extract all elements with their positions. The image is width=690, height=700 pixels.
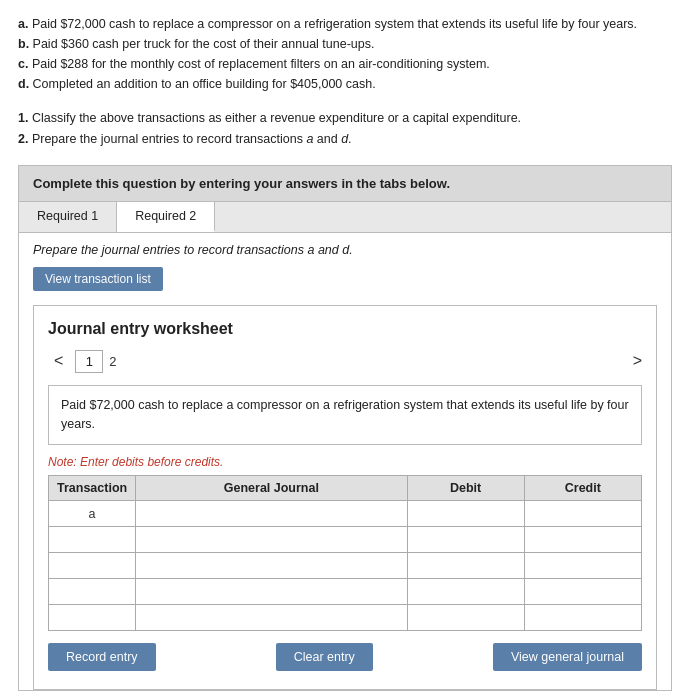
row-2-credit[interactable] — [524, 527, 641, 553]
row-4-general-journal[interactable] — [136, 579, 407, 605]
complete-box-text: Complete this question by entering your … — [33, 176, 450, 191]
next-page-button[interactable]: > — [633, 352, 642, 370]
intro-line-a: a. Paid $72,000 cash to replace a compre… — [18, 14, 672, 34]
row-1-transaction: a — [49, 501, 136, 527]
complete-box: Complete this question by entering your … — [18, 165, 672, 202]
table-row — [49, 553, 642, 579]
row-2-credit-input[interactable] — [531, 533, 635, 547]
row-2-debit-input[interactable] — [414, 533, 518, 547]
tabs-area: Required 1 Required 2 Prepare the journa… — [18, 202, 672, 692]
row-4-credit-input[interactable] — [531, 585, 635, 599]
row-2-debit[interactable] — [407, 527, 524, 553]
row-5-general-input[interactable] — [142, 611, 400, 625]
clear-entry-button[interactable]: Clear entry — [276, 643, 373, 671]
tab-content: Prepare the journal entries to record tr… — [19, 233, 671, 691]
questions-text: 1. Classify the above transactions as ei… — [18, 108, 672, 151]
question-2: 2. Prepare the journal entries to record… — [18, 129, 672, 150]
table-row — [49, 579, 642, 605]
row-1-general-input[interactable] — [142, 507, 400, 521]
nav-row: < 1 2 > — [48, 350, 642, 373]
row-3-transaction — [49, 553, 136, 579]
col-header-debit: Debit — [407, 476, 524, 501]
view-general-journal-button[interactable]: View general journal — [493, 643, 642, 671]
row-3-debit[interactable] — [407, 553, 524, 579]
row-5-debit-input[interactable] — [414, 611, 518, 625]
row-3-general-journal[interactable] — [136, 553, 407, 579]
total-pages: 2 — [109, 354, 116, 369]
table-row — [49, 605, 642, 631]
prepare-text: Prepare the journal entries to record tr… — [33, 243, 657, 257]
row-5-general-journal[interactable] — [136, 605, 407, 631]
tab-required-1[interactable]: Required 1 — [19, 202, 117, 232]
row-2-general-journal[interactable] — [136, 527, 407, 553]
row-5-debit[interactable] — [407, 605, 524, 631]
row-1-general-journal[interactable] — [136, 501, 407, 527]
row-1-credit-input[interactable] — [531, 507, 635, 521]
note-text: Note: Enter debits before credits. — [48, 455, 642, 469]
row-3-credit-input[interactable] — [531, 559, 635, 573]
bottom-buttons: Record entry Clear entry View general jo… — [48, 631, 642, 675]
col-header-transaction: Transaction — [49, 476, 136, 501]
row-4-debit-input[interactable] — [414, 585, 518, 599]
record-entry-button[interactable]: Record entry — [48, 643, 156, 671]
tab-required-2[interactable]: Required 2 — [117, 202, 215, 232]
row-4-general-input[interactable] — [142, 585, 400, 599]
col-header-credit: Credit — [524, 476, 641, 501]
journal-table: Transaction General Journal Debit Credit… — [48, 475, 642, 631]
col-header-general-journal: General Journal — [136, 476, 407, 501]
row-5-credit[interactable] — [524, 605, 641, 631]
worksheet-title: Journal entry worksheet — [48, 320, 642, 338]
row-3-general-input[interactable] — [142, 559, 400, 573]
row-3-credit[interactable] — [524, 553, 641, 579]
intro-line-c: c. Paid $288 for the monthly cost of rep… — [18, 54, 672, 74]
row-1-debit-input[interactable] — [414, 507, 518, 521]
row-5-transaction — [49, 605, 136, 631]
row-4-transaction — [49, 579, 136, 605]
row-2-general-input[interactable] — [142, 533, 400, 547]
transaction-description: Paid $72,000 cash to replace a compresso… — [48, 385, 642, 446]
view-transaction-button[interactable]: View transaction list — [33, 267, 163, 291]
intro-line-d: d. Completed an addition to an office bu… — [18, 74, 672, 94]
row-4-credit[interactable] — [524, 579, 641, 605]
intro-text: a. Paid $72,000 cash to replace a compre… — [18, 14, 672, 94]
row-5-credit-input[interactable] — [531, 611, 635, 625]
journal-worksheet: Journal entry worksheet < 1 2 > Paid $72… — [33, 305, 657, 691]
row-1-debit[interactable] — [407, 501, 524, 527]
row-2-transaction — [49, 527, 136, 553]
row-4-debit[interactable] — [407, 579, 524, 605]
row-1-credit[interactable] — [524, 501, 641, 527]
row-3-debit-input[interactable] — [414, 559, 518, 573]
prev-page-button[interactable]: < — [48, 350, 69, 372]
question-1: 1. Classify the above transactions as ei… — [18, 108, 672, 129]
table-row — [49, 527, 642, 553]
table-row: a — [49, 501, 642, 527]
tabs-row: Required 1 Required 2 — [19, 202, 671, 233]
current-page: 1 — [75, 350, 103, 373]
intro-line-b: b. Paid $360 cash per truck for the cost… — [18, 34, 672, 54]
